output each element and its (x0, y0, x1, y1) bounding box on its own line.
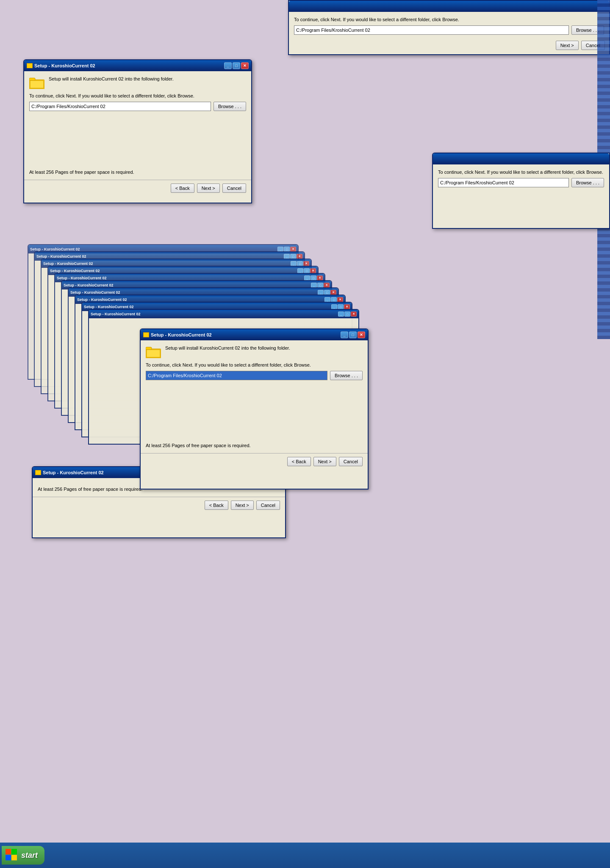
maximize-btn-front[interactable]: □ (349, 331, 357, 338)
browse-btn-front[interactable]: Browse . . . (330, 371, 363, 380)
svg-rect-4 (146, 347, 152, 350)
icon-row-upper: Setup will install KuroshioCurrent 02 in… (29, 76, 246, 89)
ghost-title-1: Setup - KuroshioCurrent 02 (30, 247, 80, 251)
ghost-btns-10: _ □ ✕ (338, 312, 357, 317)
folder-icon-front (146, 345, 161, 358)
titlebar-top-right (289, 1, 609, 12)
back-btn-lower[interactable]: < Back (205, 501, 228, 510)
ghost-title-2: Setup - KuroshioCurrent 02 (36, 254, 86, 259)
ghost-title-6: Setup - KuroshioCurrent 02 (64, 283, 114, 287)
path-row-top-right: Browse . . . (294, 25, 604, 35)
folder-icon-upper (29, 76, 44, 89)
cancel-btn-upper[interactable]: Cancel (222, 184, 246, 193)
path-input-upper[interactable] (29, 102, 211, 111)
minimize-btn-upper[interactable]: _ (224, 62, 232, 69)
svg-rect-6 (6, 849, 11, 854)
window-icon-upper (27, 63, 33, 68)
ghost-title-5: Setup - KuroshioCurrent 02 (57, 276, 107, 280)
svg-rect-1 (29, 78, 35, 81)
path-input-mid-right[interactable] (438, 178, 569, 187)
instruction-front: To continue, click Next. If you would li… (146, 362, 363, 367)
window-icon-front (143, 332, 149, 337)
windows-logo-icon (5, 849, 19, 862)
svg-rect-2 (30, 81, 44, 88)
instruction-mid-right: To continue, click Next. If you would li… (438, 170, 604, 175)
content-top-right: To continue, click Next. If you would li… (289, 12, 609, 44)
install-msg-upper: Setup will install KuroshioCurrent 02 in… (49, 76, 174, 81)
window-front-main: Setup - KuroshioCurrent 02 _ □ ✕ Setup w… (140, 328, 369, 490)
next-btn-lower[interactable]: Next > (231, 501, 254, 510)
ghost-title-4: Setup - KuroshioCurrent 02 (50, 269, 100, 273)
ghost-title-8: Setup - KuroshioCurrent 02 (77, 298, 127, 302)
titlebar-mid-right (433, 153, 609, 164)
ghost-title-9: Setup - KuroshioCurrent 02 (84, 305, 134, 309)
path-row-mid-right: Browse . . . (438, 178, 604, 187)
title-upper-main: Setup - KuroshioCurrent 02 (34, 63, 224, 68)
svg-rect-9 (11, 855, 17, 860)
titlebar-btns-upper: _ □ ✕ (224, 62, 249, 69)
spacer-front (146, 384, 363, 440)
maximize-btn-upper[interactable]: □ (233, 62, 240, 69)
taskbar: start (0, 843, 610, 868)
browse-btn-upper[interactable]: Browse . . . (214, 102, 246, 111)
title-front-main: Setup - KuroshioCurrent 02 (151, 332, 341, 337)
right-red-dots (589, 8, 610, 305)
icon-row-front: Setup will install KuroshioCurrent 02 in… (146, 345, 363, 358)
content-upper-main: Setup will install KuroshioCurrent 02 in… (24, 71, 251, 180)
content-front-main: Setup will install KuroshioCurrent 02 in… (141, 340, 368, 453)
svg-rect-8 (6, 855, 11, 860)
cancel-btn-lower[interactable]: Cancel (256, 501, 280, 510)
footer-front-main: < Back Next > Cancel (141, 453, 368, 470)
svg-rect-7 (11, 849, 17, 854)
instruction-top-right: To continue, click Next. If you would li… (294, 17, 604, 22)
space-msg-front: At least 256 Pages of free paper space i… (146, 443, 363, 448)
ghost-close-10: ✕ (351, 312, 357, 317)
window-icon-lower (35, 470, 41, 475)
window-upper-main: Setup - KuroshioCurrent 02 _ □ ✕ Setup w… (23, 59, 252, 203)
ghost-title-3: Setup - KuroshioCurrent 02 (43, 262, 93, 266)
cancel-btn-front[interactable]: Cancel (339, 457, 363, 466)
space-msg-upper: At least 256 Pages of free paper space i… (29, 170, 246, 175)
back-btn-front[interactable]: < Back (287, 457, 311, 466)
content-mid-right: To continue, click Next. If you would li… (433, 164, 609, 197)
path-row-upper: Browse . . . (29, 102, 246, 111)
next-btn-top-right[interactable]: Next > (556, 41, 579, 50)
window-mid-right-truncated: To continue, click Next. If you would li… (432, 153, 610, 229)
titlebar-front-main: Setup - KuroshioCurrent 02 _ □ ✕ (141, 329, 368, 340)
install-msg-front: Setup will install KuroshioCurrent 02 in… (165, 345, 290, 351)
footer-upper-main: < Back Next > Cancel (24, 180, 251, 196)
path-input-top-right[interactable] (294, 25, 569, 35)
titlebar-btns-front: _ □ ✕ (341, 331, 365, 338)
ghost-min-10: _ (338, 312, 344, 317)
instruction-upper: To continue, click Next. If you would li… (29, 93, 246, 98)
close-btn-upper[interactable]: ✕ (241, 62, 249, 69)
svg-rect-5 (147, 350, 160, 357)
minimize-btn-front[interactable]: _ (341, 331, 348, 338)
next-btn-upper[interactable]: Next > (197, 184, 220, 193)
ghost-max-10: □ (344, 312, 350, 317)
back-btn-upper[interactable]: < Back (171, 184, 194, 193)
ghost-title-7: Setup - KuroshioCurrent 02 (70, 290, 120, 295)
next-btn-front[interactable]: Next > (313, 457, 336, 466)
footer-lower-trunc: < Back Next > Cancel (33, 497, 285, 513)
spacer-upper (29, 115, 246, 166)
ghost-titlebar-10: Setup - KuroshioCurrent 02 _ □ ✕ (89, 310, 358, 318)
window-top-right: To continue, click Next. If you would li… (288, 0, 610, 55)
path-row-front: Browse . . . (146, 371, 363, 380)
ghost-title-10: Setup - KuroshioCurrent 02 (91, 312, 141, 316)
start-button[interactable]: start (2, 846, 44, 865)
start-label: start (21, 851, 38, 860)
close-btn-front[interactable]: ✕ (358, 331, 365, 338)
titlebar-upper-main: Setup - KuroshioCurrent 02 _ □ ✕ (24, 60, 251, 71)
path-input-front[interactable] (146, 371, 327, 380)
